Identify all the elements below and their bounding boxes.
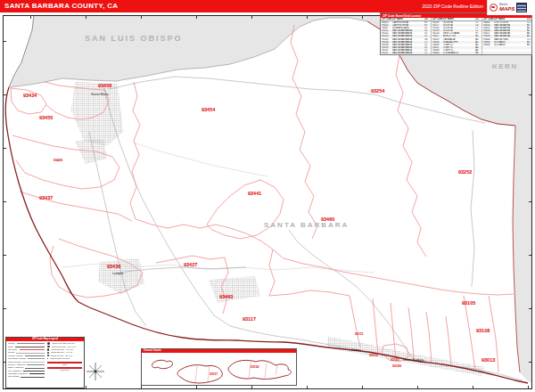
column-header: ZIP Code	[381, 18, 392, 20]
inset-zip-label: 93117	[210, 372, 218, 376]
edition-label: 2020 ZIP Code Redline Edition	[422, 4, 483, 9]
legend-line-sample	[21, 377, 45, 378]
column-header: ZIP Code	[482, 18, 494, 20]
legend-line-sample	[22, 362, 45, 363]
logo-badge-icon	[516, 3, 527, 12]
zip-table-body: 93013CARPINTERIAE793116GOLETAC793441LOS …	[381, 21, 531, 54]
scale-bar-label: Kilometers	[47, 369, 82, 371]
map-page: { "window": { "title": "SANTA BARBARA CO…	[0, 0, 535, 392]
legend-city-label: Cities under 10,000	[50, 357, 70, 360]
table-row: 93111SANTA BARBARAC793440LOS ALAMOSB4	[381, 52, 531, 54]
compass-rose-icon	[86, 362, 105, 381]
legend-line-sample	[28, 358, 45, 359]
zip-name-cell: LOS ALAMOS	[443, 52, 475, 54]
zip-code-cell	[482, 52, 494, 54]
legend-line-sample	[17, 343, 45, 344]
city-size-icon	[47, 355, 49, 356]
logo-brand: Market MAPS	[499, 4, 514, 12]
legend-line-sample	[29, 373, 45, 374]
legend-item-label: Rail Roads	[8, 375, 19, 378]
column-header: L/C	[424, 18, 431, 20]
channel-islands-inset: Channel Islands 9311793109	[141, 348, 297, 386]
table-row-group	[482, 52, 533, 54]
legend-line-sample	[16, 353, 45, 354]
column-header: ZIP Name	[392, 18, 424, 20]
title-bar: SANTA BARBARA COUNTY, CA 2020 ZIP Code R…	[0, 0, 535, 12]
page-title: SANTA BARBARA COUNTY, CA	[4, 2, 118, 10]
inset-zip-label: 93109	[251, 365, 259, 369]
grid-locator-cell: B4	[475, 52, 482, 54]
column-header: ZIP Name	[494, 18, 527, 20]
legend-line-items: CountyStateZIP CodeRoadsPrimary RoadsSec…	[8, 342, 45, 379]
city-size-icon	[47, 352, 49, 354]
column-header: ZIP Code	[432, 18, 443, 20]
scale-bar: Kilometers	[47, 367, 82, 371]
county-map	[4, 16, 531, 388]
legend-line-sample	[23, 371, 45, 372]
logo-globe-icon	[490, 4, 498, 12]
zip-table-header-group: ZIP CodeZIP NameL/C	[432, 18, 482, 20]
legend-city-items: Cities over 250,000 pplCities 100,000 - …	[47, 342, 82, 379]
islands-graphic	[142, 353, 296, 385]
zip-name-cell	[494, 52, 527, 54]
legend-line-sample	[15, 347, 45, 347]
grid-locator-cell	[527, 52, 533, 54]
table-row-group: 93111SANTA BARBARAC7	[381, 52, 432, 54]
zip-code-table: ZIP Code Name/Grid Locator ZIP CodeZIP N…	[380, 12, 532, 55]
grid-locator-cell: C7	[424, 52, 431, 54]
publisher-logo: Market MAPS	[487, 0, 535, 15]
logo-brand-main: MAPS	[499, 6, 514, 12]
zip-code-cell: 93440	[432, 52, 443, 54]
scale-bar-label: Miles	[47, 363, 82, 365]
zip-table-header-group: ZIP CodeZIP NameL/C	[482, 18, 533, 20]
legend-line-sample	[27, 364, 45, 365]
legend-line-sample	[20, 349, 45, 350]
column-header: L/C	[527, 18, 533, 20]
zip-name-cell: SANTA BARBARA	[392, 52, 424, 54]
column-header: L/C	[475, 18, 482, 20]
legend-city-item: Cities under 10,000	[47, 357, 82, 360]
column-header: ZIP Name	[443, 18, 475, 20]
outside-county-land	[9, 16, 531, 384]
legend-line-sample	[25, 355, 45, 356]
map-legend: ZIP Code Map Legend CountyStateZIP CodeR…	[5, 337, 85, 388]
zip-table-header-group: ZIP CodeZIP NameL/C	[381, 18, 432, 20]
zip-code-cell: 93111	[381, 52, 392, 54]
legend-line-sample	[25, 368, 45, 369]
legend-scale-bars: MilesKilometers	[47, 362, 82, 372]
table-row-group: 93440LOS ALAMOSB4	[432, 52, 482, 54]
legend-item: Rail Roads	[8, 375, 45, 378]
city-size-icon	[47, 358, 48, 359]
scale-bar: Miles	[47, 362, 82, 365]
